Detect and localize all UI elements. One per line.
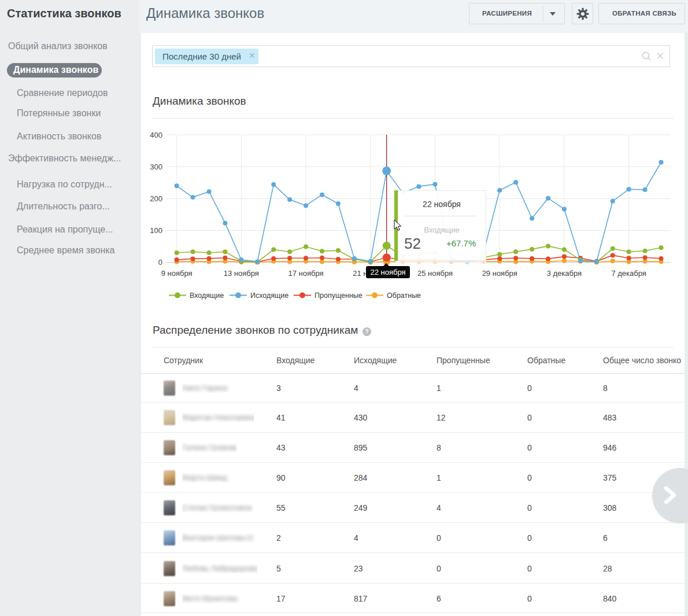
svg-text:Обратные: Обратные xyxy=(387,292,421,300)
svg-text:Входящие: Входящие xyxy=(190,292,224,300)
svg-text:0: 0 xyxy=(158,258,162,267)
svg-text:25 ноября: 25 ноября xyxy=(417,269,453,278)
svg-text:300: 300 xyxy=(150,163,162,171)
svg-text:29 ноября: 29 ноября xyxy=(482,269,517,278)
svg-text:3 декабря: 3 декабря xyxy=(547,269,582,278)
svg-text:9 ноября: 9 ноября xyxy=(161,269,193,278)
svg-text:7 декабря: 7 декабря xyxy=(611,269,646,278)
svg-text:200: 200 xyxy=(150,194,162,203)
svg-text:13 ноября: 13 ноября xyxy=(224,269,259,278)
svg-text:100: 100 xyxy=(150,226,162,235)
svg-text:17 ноября: 17 ноября xyxy=(288,269,323,278)
svg-text:?: ? xyxy=(365,329,368,335)
svg-text:400: 400 xyxy=(150,131,162,139)
svg-text:Исходящие: Исходящие xyxy=(250,292,288,300)
svg-text:Пропущенные: Пропущенные xyxy=(315,292,363,300)
